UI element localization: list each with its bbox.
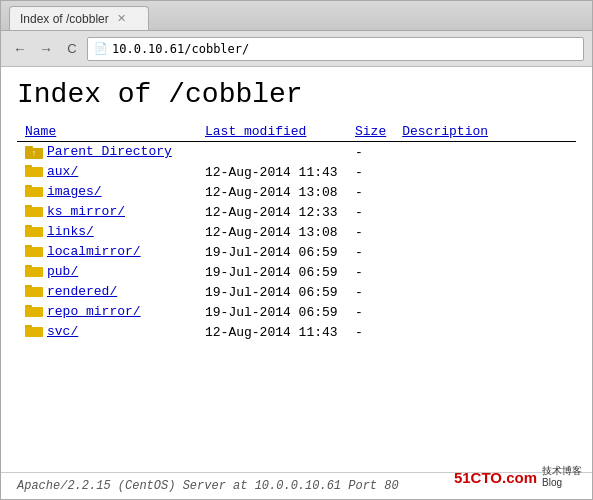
table-row: svc/12-Aug-2014 11:43- [17,322,576,342]
table-cell-desc [394,162,576,182]
folder-icon [25,164,45,180]
svg-rect-9 [25,187,43,197]
table-cell-size: - [347,142,394,163]
forward-button[interactable]: → [35,38,57,60]
dir-link[interactable]: svc/ [47,324,78,339]
tab-close-button[interactable]: ✕ [117,12,126,25]
back-button[interactable]: ← [9,38,31,60]
col-header-modified: Last modified [197,122,347,142]
svg-rect-29 [25,287,43,297]
table-row: localmirror/19-Jul-2014 06:59- [17,242,576,262]
table-cell-name: pub/ [17,262,197,282]
page-icon: 📄 [94,42,108,55]
parent-dir-link[interactable]: Parent Directory [47,144,172,159]
table-row: images/12-Aug-2014 13:08- [17,182,576,202]
table-cell-size: - [347,222,394,242]
svg-rect-37 [25,327,43,337]
svg-text:↑: ↑ [32,148,37,158]
svg-rect-21 [25,247,43,257]
url-bar[interactable]: 📄 10.0.10.61/cobbler/ [87,37,584,61]
table-cell-modified: 12-Aug-2014 11:43 [197,322,347,342]
table-cell-desc [394,322,576,342]
folder-icon [25,224,45,240]
dir-link[interactable]: images/ [47,184,102,199]
table-cell-modified: 19-Jul-2014 06:59 [197,242,347,262]
table-cell-name: images/ [17,182,197,202]
col-size-link[interactable]: Size [355,124,386,139]
table-cell-desc [394,202,576,222]
table-cell-name: rendered/ [17,282,197,302]
dir-link[interactable]: ks_mirror/ [47,204,125,219]
watermark-sub2: Blog [542,477,582,489]
directory-table: Name Last modified Size Description ↑ Pa… [17,122,576,342]
refresh-button[interactable]: C [61,38,83,60]
folder-icon [25,264,45,280]
table-row: repo_mirror/19-Jul-2014 06:59- [17,302,576,322]
table-cell-size: - [347,182,394,202]
table-cell-desc [394,142,576,163]
browser-window: Index of /cobbler ✕ ← → C 📄 10.0.10.61/c… [0,0,593,500]
table-cell-size: - [347,322,394,342]
watermark-sub1: 技术博客 [542,465,582,477]
dir-link[interactable]: pub/ [47,264,78,279]
table-cell-name: ks_mirror/ [17,202,197,222]
col-header-desc: Description [394,122,576,142]
table-cell-name: aux/ [17,162,197,182]
directory-table-body: ↑ Parent Directory- aux/12-Aug-2014 11:4… [17,142,576,343]
tab-bar: Index of /cobbler ✕ [1,1,592,31]
col-desc-link[interactable]: Description [402,124,488,139]
dir-link[interactable]: aux/ [47,164,78,179]
table-cell-name: links/ [17,222,197,242]
dir-link[interactable]: repo_mirror/ [47,304,141,319]
table-cell-modified: 12-Aug-2014 13:08 [197,222,347,242]
dir-link[interactable]: localmirror/ [47,244,141,259]
col-modified-link[interactable]: Last modified [205,124,306,139]
parent-dir-icon: ↑ [25,144,45,160]
table-cell-modified: 12-Aug-2014 13:08 [197,182,347,202]
table-row: ks_mirror/12-Aug-2014 12:33- [17,202,576,222]
table-cell-modified: 19-Jul-2014 06:59 [197,302,347,322]
svg-rect-25 [25,267,43,277]
folder-icon [25,204,45,220]
table-cell-size: - [347,262,394,282]
folder-icon [25,304,45,320]
table-row: pub/19-Jul-2014 06:59- [17,262,576,282]
folder-icon [25,324,45,340]
table-cell-desc [394,262,576,282]
table-cell-desc [394,222,576,242]
table-cell-desc [394,302,576,322]
folder-icon [25,184,45,200]
folder-icon [25,284,45,300]
table-row: ↑ Parent Directory- [17,142,576,163]
table-cell-size: - [347,302,394,322]
col-header-size: Size [347,122,394,142]
watermark-labels: 技术博客 Blog [542,465,582,489]
table-cell-name: repo_mirror/ [17,302,197,322]
table-cell-modified: 12-Aug-2014 12:33 [197,202,347,222]
browser-tab[interactable]: Index of /cobbler ✕ [9,6,149,30]
table-cell-size: - [347,282,394,302]
dir-link[interactable]: rendered/ [47,284,117,299]
page-title: Index of /cobbler [17,79,576,110]
svg-rect-13 [25,207,43,217]
table-cell-name: ↑ Parent Directory [17,142,197,163]
table-cell-size: - [347,202,394,222]
table-cell-modified: 12-Aug-2014 11:43 [197,162,347,182]
browser-body: Index of /cobbler Name Last modified Siz… [1,67,592,499]
table-header-row: Name Last modified Size Description [17,122,576,142]
table-cell-desc [394,242,576,262]
server-info: Apache/2.2.15 (CentOS) Server at 10.0.0.… [17,479,399,493]
svg-rect-17 [25,227,43,237]
table-row: rendered/19-Jul-2014 06:59- [17,282,576,302]
svg-rect-5 [25,167,43,177]
url-text: 10.0.10.61/cobbler/ [112,42,249,56]
col-name-link[interactable]: Name [25,124,56,139]
tab-label: Index of /cobbler [20,12,109,26]
table-cell-modified: 19-Jul-2014 06:59 [197,282,347,302]
dir-link[interactable]: links/ [47,224,94,239]
watermark: 51CTO.com 技术博客 Blog [454,465,582,489]
table-row: aux/12-Aug-2014 11:43- [17,162,576,182]
table-cell-desc [394,282,576,302]
folder-icon [25,244,45,260]
watermark-site: 51CTO.com [454,469,537,486]
